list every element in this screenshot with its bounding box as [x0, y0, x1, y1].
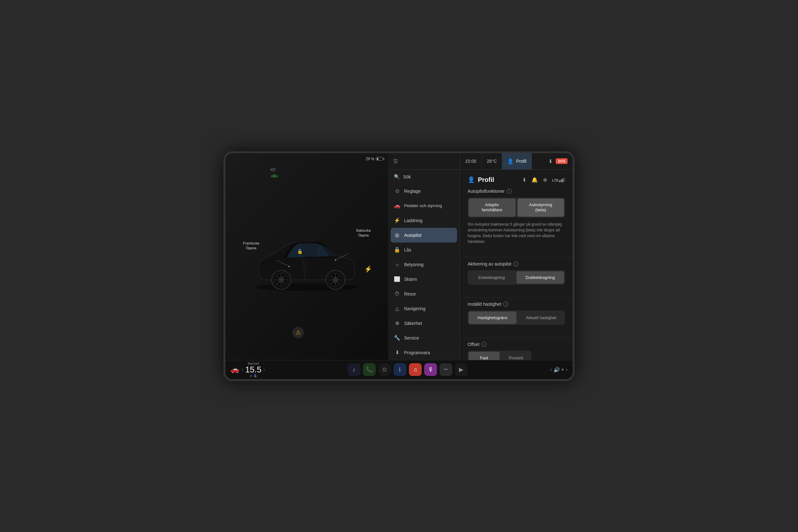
adaptive-cruise-btn[interactable]: Adaptiv fartshållare	[469, 198, 515, 217]
svg-text:🔓: 🔓	[297, 249, 303, 254]
autopilot-icon: ◎	[394, 232, 400, 239]
shield-icon: ⊕	[394, 320, 400, 326]
svg-text:⚡: ⚡	[364, 265, 372, 273]
light-icon: ☼	[394, 261, 400, 268]
speed-display: Manuell 15.5 🖥 💺	[245, 362, 262, 378]
sidebar-item-service[interactable]: 🔧 Service	[388, 330, 460, 345]
sidebar-label-service: Service	[404, 336, 419, 341]
download-icon-top[interactable]: ⬇	[548, 158, 553, 164]
drive-mode-display: ≡D	[270, 167, 276, 172]
taskbar-icon-music-file[interactable]: ♪	[348, 363, 360, 376]
car-steering-icon: 🚗	[394, 203, 400, 209]
wrench-icon: 🔧	[394, 335, 400, 341]
taskbar-next-track[interactable]: ›	[566, 367, 568, 373]
profile-download-icon[interactable]: ⬇	[522, 177, 526, 183]
autopilot-functions-section: Autopilotfunktioner i Adaptiv fartshålla…	[460, 189, 573, 254]
taskbar-icon-info[interactable]: ℹ	[394, 363, 406, 376]
bottom-taskbar: 🚗 ‹ Manuell 15.5 🖥 💺 › ♪ 📞 ⊙ ℹ ♫	[225, 360, 573, 379]
climate-icons: 🖥 💺	[250, 374, 257, 378]
taskbar-icon-phone[interactable]: 📞	[363, 363, 376, 376]
volume-control[interactable]: 🔊 ×	[553, 367, 564, 373]
taskbar-left-section: 🚗 ‹ Manuell 15.5 🖥 💺 ›	[230, 362, 265, 378]
sidebar-item-search[interactable]: 🔍 Sök	[388, 170, 460, 184]
taskbar-center-apps: ♪ 📞 ⊙ ℹ ♫ 🎙 ••• ▶	[265, 363, 550, 376]
profile-person-icon-main: 👤	[468, 176, 475, 183]
activation-info-icon[interactable]: i	[513, 261, 518, 266]
sidebar-item-reglage[interactable]: ⊙ Reglage	[388, 184, 460, 198]
navigate-icon: △	[394, 305, 400, 312]
sidebar-item-skarm[interactable]: ⬜ Skärm	[388, 272, 460, 287]
autopilot-mode-btn-group: Adaptiv fartshållare Autostyrning (beta)	[468, 197, 565, 218]
car-panel: 29 % ≡D ≡D≡	[225, 153, 388, 364]
sidebar-item-sakerhet[interactable]: ⊕ Säkerhet	[388, 316, 460, 330]
autosteer-btn[interactable]: Autostyrning (beta)	[517, 198, 564, 217]
profile-tab-label: Profil	[516, 158, 526, 164]
car-svg: 🔓 ⚡	[240, 218, 374, 292]
taskbar-icon-media[interactable]: ▶	[455, 363, 468, 376]
profile-bell-icon[interactable]: 🔔	[531, 177, 538, 183]
sidebar-item-autopilot[interactable]: ◎ Autopilot	[391, 228, 457, 243]
car-icon-taskbar: 🚗	[230, 365, 239, 374]
battery-status-bar: 29 %	[225, 153, 388, 165]
profile-bluetooth-icon[interactable]: ⊗	[543, 177, 547, 183]
autopilot-functions-info-icon[interactable]: i	[507, 189, 512, 194]
bolt-icon: ⚡	[394, 217, 400, 224]
autopilot-info-text: Om Autopilot inaktiveras 5 gånger på gru…	[468, 222, 565, 245]
set-speed-info-icon[interactable]: i	[503, 302, 508, 307]
taskbar-icon-podcast[interactable]: 🎙	[424, 363, 437, 376]
speed-prev-btn[interactable]: ‹	[242, 367, 243, 373]
divider-3	[460, 338, 573, 338]
set-speed-section: Inställd hastighet i Hastighetsgräns Akt…	[460, 302, 573, 334]
front-door-label[interactable]: Framlucka Öppna	[243, 241, 259, 251]
lte-signal-icon: LTE	[552, 177, 565, 182]
sidebar-item-laddning[interactable]: ⚡ Laddning	[388, 213, 460, 228]
car-image-area: 🔓 ⚡ Framlucka Öppna Baklucka Öppna	[240, 218, 374, 308]
mute-x-icon: ×	[561, 367, 564, 372]
speed-value-display: 15.5	[245, 365, 262, 374]
warning-badge[interactable]: ⚠	[292, 327, 304, 338]
svg-point-20	[335, 260, 336, 261]
divider-2	[460, 298, 573, 298]
device-frame: 29 % ≡D ≡D≡	[224, 151, 574, 381]
temperature-section: 26°C	[482, 153, 502, 169]
toggle-icon: ⊙	[394, 188, 400, 194]
sidebar-label-skarm: Skärm	[404, 277, 417, 282]
set-speed-btn-group: Hastighetsgräns Aktuell hastighet	[468, 310, 565, 325]
taskbar-icon-more[interactable]: •••	[439, 363, 452, 376]
energy-mode-display: ≡D≡	[271, 173, 278, 179]
main-content-panel: 👤 Profil ⬇ 🔔 ⊗ LTE Autopilotfunktioner i	[460, 170, 573, 364]
taskbar-icon-camera[interactable]: ⊙	[378, 363, 391, 376]
clock-display: 15:00	[465, 158, 476, 164]
sidebar-item-belysning[interactable]: ☼ Belysning	[388, 257, 460, 272]
search-icon: 🔍	[394, 174, 400, 180]
profile-main-title: Profil	[478, 176, 519, 184]
screen-icon: ⬜	[394, 276, 400, 282]
sos-badge[interactable]: SOS	[556, 158, 568, 164]
sidebar-label-belysning: Belysning	[404, 262, 423, 267]
activation-btn-group: Enkeldragning Dubbeldragning	[468, 270, 565, 285]
sidebar-label-navigering: Navigering	[404, 306, 425, 311]
double-pull-btn[interactable]: Dubbeldragning	[516, 271, 564, 284]
taskbar-prev-track[interactable]: ‹	[550, 367, 552, 373]
profile-tab[interactable]: 👤 Profil	[502, 153, 532, 169]
sidebar-item-navigering[interactable]: △ Navigering	[388, 301, 460, 316]
single-pull-btn[interactable]: Enkeldragning	[468, 270, 515, 285]
download-nav-icon: ⬇	[394, 349, 400, 356]
offset-info-icon[interactable]: i	[481, 342, 487, 347]
taskbar-right-controls: ‹ 🔊 × ›	[550, 367, 568, 373]
time-section: 15:00	[460, 153, 482, 169]
sidebar-navigation: 🔍 Sök ⊙ Reglage 🚗 Pedaler och styrning ⚡…	[388, 170, 460, 364]
battery-percentage: 29 %	[366, 157, 375, 161]
sidebar-item-pedaler[interactable]: 🚗 Pedaler och styrning	[388, 198, 460, 213]
sidebar-item-programvara[interactable]: ⬇ Programvara	[388, 345, 460, 360]
set-speed-title: Inställd hastighet i	[468, 302, 565, 307]
sidebar-label-autopilot: Autopilot	[404, 233, 421, 238]
speed-limit-btn[interactable]: Hastighetsgräns	[469, 311, 516, 324]
taskbar-icon-music[interactable]: ♫	[409, 363, 422, 376]
search-label: Sök	[403, 174, 411, 179]
sidebar-item-las[interactable]: 🔒 Lås	[388, 243, 460, 257]
activation-section: Aktivering av autopilot i Enkeldragning …	[460, 261, 573, 293]
rear-door-label[interactable]: Baklucka Öppna	[356, 228, 370, 238]
sidebar-item-resor[interactable]: ⏱ Resor	[388, 287, 460, 301]
current-speed-btn[interactable]: Aktuell hastighet	[517, 310, 565, 325]
